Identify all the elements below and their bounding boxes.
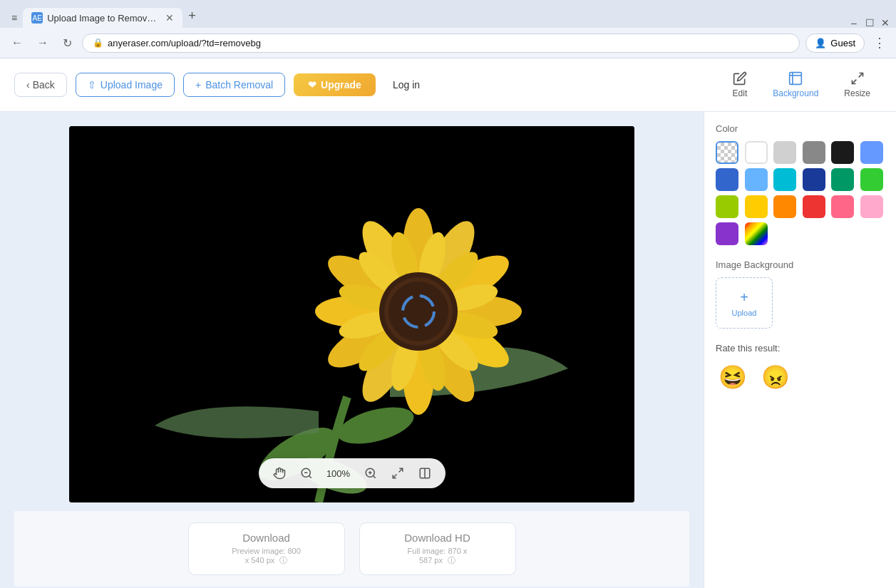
tab-favicon: AE (31, 12, 43, 24)
zoom-in-icon (364, 467, 377, 480)
color-swatch-red[interactable] (803, 195, 825, 218)
fit-screen-icon (391, 467, 404, 480)
svg-line-44 (398, 468, 402, 472)
color-swatch-black[interactable] (831, 141, 854, 164)
back-nav-button[interactable]: ← (7, 33, 27, 52)
color-swatch-lightpink[interactable] (860, 195, 883, 218)
batch-removal-button[interactable]: + Batch Removal (183, 73, 285, 97)
tab-list-button[interactable]: ≡ (6, 8, 23, 28)
zoom-in-button[interactable] (361, 464, 380, 483)
download-button[interactable]: Download Preview image: 800 x 540 px ⓘ (188, 522, 345, 575)
angry-rating-button[interactable]: 😠 (758, 361, 793, 393)
split-view-icon (418, 467, 431, 480)
tab-title: Upload Image to Remove B... (47, 13, 161, 24)
login-label: Log in (393, 79, 420, 91)
resize-tool[interactable]: Resize (833, 66, 882, 104)
browser-chrome: ≡ AE Upload Image to Remove B... ✕ + – ☐… (0, 0, 896, 58)
address-bar[interactable]: 🔒 anyeraser.com/upload/?td=removebg (82, 33, 800, 53)
rate-label: Rate this result: (716, 343, 885, 354)
pan-icon (273, 467, 286, 480)
minimize-button[interactable]: – (849, 18, 859, 28)
color-swatch-skyblue[interactable] (745, 168, 768, 191)
download-hd-sub: Full image: 870 x 587 px ⓘ (403, 547, 473, 566)
download-sub: Preview image: 800 x 540 px ⓘ (232, 547, 302, 566)
heart-icon: ❤ (308, 79, 316, 91)
color-swatch-lime[interactable] (716, 195, 738, 218)
color-swatch-purple[interactable] (716, 222, 738, 245)
emoji-row: 😆 😠 (716, 361, 885, 393)
color-swatch-pink[interactable] (831, 195, 854, 218)
color-swatch-blue1[interactable] (716, 168, 738, 191)
svg-line-45 (393, 475, 396, 478)
tab-close-button[interactable]: ✕ (165, 12, 174, 24)
refresh-button[interactable]: ↻ (58, 33, 76, 53)
background-tool[interactable]: Background (761, 66, 830, 104)
browser-toolbar: ← → ↻ 🔒 anyeraser.com/upload/?td=removeb… (0, 28, 896, 58)
color-swatch-orange[interactable] (773, 195, 796, 218)
download-hd-info: Full image: 870 x 587 px (408, 547, 468, 564)
canvas-column: 100% Download (0, 112, 704, 588)
download-area: Download Preview image: 800 x 540 px ⓘ D… (14, 511, 689, 587)
upload-bg-plus-icon: + (740, 289, 748, 306)
svg-line-3 (858, 73, 862, 78)
profile-icon: 👤 (815, 38, 826, 48)
zoom-out-button[interactable] (297, 464, 316, 483)
plus-icon: + (195, 79, 201, 91)
svg-line-41 (373, 475, 375, 478)
svg-point-35 (388, 282, 448, 341)
back-button[interactable]: ‹ Back (14, 73, 67, 97)
image-container: 100% (69, 126, 634, 502)
app-toolbar: ‹ Back ⇧ Upload Image + Batch Removal ❤ … (0, 58, 896, 112)
hd-info-icon: ⓘ (448, 556, 455, 564)
upload-background-button[interactable]: + Upload (716, 277, 773, 329)
right-panel: Color (704, 112, 896, 588)
svg-rect-0 (790, 73, 802, 85)
address-text: anyeraser.com/upload/?td=removebg (108, 38, 261, 48)
color-swatch-lightgray[interactable] (773, 141, 796, 164)
color-swatch-yellow[interactable] (745, 195, 768, 218)
color-swatch-gray[interactable] (803, 141, 825, 164)
upgrade-label: Upgrade (321, 79, 361, 91)
color-grid (716, 141, 885, 245)
login-button[interactable]: Log in (384, 73, 428, 96)
fit-screen-button[interactable] (388, 464, 407, 483)
background-icon (788, 71, 803, 86)
more-options-button[interactable]: ⋮ (870, 32, 889, 53)
edit-tool[interactable]: Edit (721, 66, 759, 104)
color-label: Color (716, 123, 885, 134)
upload-bg-label: Upload (732, 309, 757, 317)
color-swatch-green1[interactable] (831, 168, 854, 191)
upload-icon: ⇧ (88, 79, 96, 91)
tool-group: Edit Background Resize (721, 66, 882, 104)
edit-icon (733, 71, 747, 86)
color-swatch-white[interactable] (745, 141, 768, 164)
color-swatch-darkblue[interactable] (803, 168, 825, 191)
color-section: Color (716, 123, 885, 245)
happy-rating-button[interactable]: 😆 (716, 361, 750, 393)
maximize-button[interactable]: ☐ (865, 18, 875, 28)
forward-nav-button[interactable]: → (33, 33, 53, 52)
new-tab-button[interactable]: + (182, 4, 202, 28)
sunflower-image (69, 126, 634, 502)
back-chevron-icon: ‹ (26, 79, 30, 91)
color-swatch-rainbow[interactable] (745, 222, 768, 245)
color-swatch-transparent[interactable] (716, 141, 738, 164)
download-hd-button[interactable]: Download HD Full image: 870 x 587 px ⓘ (359, 522, 516, 575)
profile-button[interactable]: 👤 Guest (805, 33, 865, 53)
active-tab[interactable]: AE Upload Image to Remove B... ✕ (23, 8, 182, 28)
close-button[interactable]: ✕ (880, 18, 890, 28)
main-area: 100% Download (0, 112, 896, 588)
color-swatch-green2[interactable] (860, 168, 883, 191)
upgrade-button[interactable]: ❤ Upgrade (294, 73, 376, 96)
app-content: ‹ Back ⇧ Upload Image + Batch Removal ❤ … (0, 58, 896, 588)
zoom-out-icon (300, 467, 313, 480)
color-swatch-blue-light2[interactable] (860, 141, 883, 164)
pan-tool-button[interactable] (270, 464, 289, 483)
download-preview-info: Preview image: 800 x 540 px (232, 547, 301, 564)
upload-image-button[interactable]: ⇧ Upload Image (76, 73, 175, 97)
split-view-button[interactable] (416, 464, 434, 483)
color-swatch-teal[interactable] (773, 168, 796, 191)
info-icon: ⓘ (279, 556, 287, 564)
canvas-area: 100% Download (0, 112, 704, 588)
image-background-section: Image Background + Upload (716, 259, 885, 329)
